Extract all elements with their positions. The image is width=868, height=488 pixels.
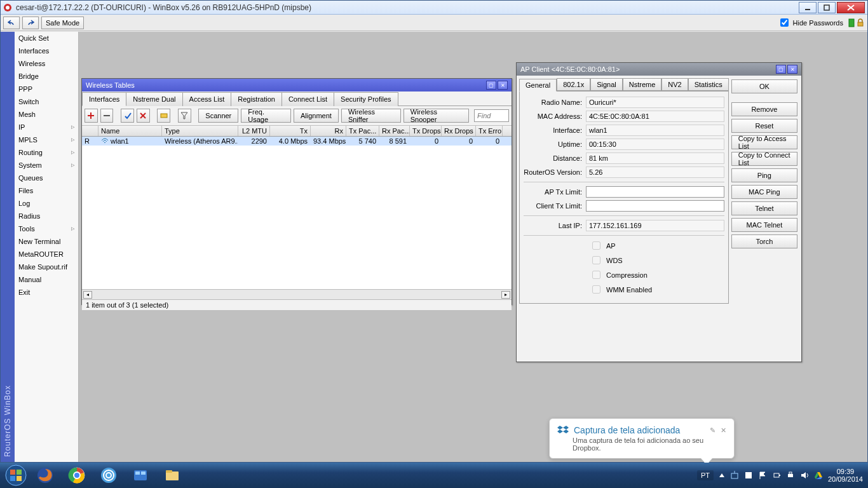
undo-button[interactable]: [3, 17, 20, 29]
tab-access-list[interactable]: Access List: [182, 92, 232, 106]
maximize-button[interactable]: [818, 2, 836, 13]
enable-button[interactable]: [121, 109, 134, 123]
find-input[interactable]: [474, 109, 509, 122]
language-indicator[interactable]: PT: [697, 470, 714, 480]
tray-power-icon[interactable]: [772, 471, 781, 480]
tab-registration[interactable]: Registration: [231, 92, 282, 106]
reset-button[interactable]: Reset: [731, 119, 797, 133]
alignment-button[interactable]: Alignment: [294, 109, 339, 123]
wireless-sniffer-button[interactable]: Wireless Sniffer: [341, 109, 401, 123]
tray-printer-icon[interactable]: [786, 471, 795, 480]
sidebar-item-interfaces[interactable]: Interfaces: [15, 44, 78, 57]
minimize-button[interactable]: [799, 2, 817, 13]
taskbar-firefox-icon[interactable]: [29, 464, 61, 487]
tray-volume-icon[interactable]: [800, 471, 809, 480]
tray-show-hidden-icon[interactable]: [719, 472, 725, 478]
table-row[interactable]: R wlan1 Wireless (Atheros AR9... 2290 4.…: [82, 137, 512, 146]
tab-8021x[interactable]: 802.1x: [557, 78, 590, 91]
titlebar[interactable]: cesar-ti@172.17.22.2 (DT-OURICURI) - Win…: [1, 1, 867, 15]
filter-button[interactable]: [178, 109, 191, 123]
column-txdrops[interactable]: Tx Drops: [410, 126, 442, 136]
start-button[interactable]: [3, 464, 29, 487]
sidebar-item-ip[interactable]: IP▷: [15, 121, 78, 133]
sidebar-item-bridge[interactable]: Bridge: [15, 70, 78, 83]
safe-mode-button[interactable]: Safe Mode: [41, 17, 84, 29]
window-maximize-button[interactable]: ▢: [486, 81, 496, 90]
column-rxpackets[interactable]: Rx Pac...: [379, 126, 410, 136]
window-maximize-button[interactable]: ▢: [776, 65, 786, 74]
sidebar-item-routing[interactable]: Routing▷: [15, 146, 78, 159]
hide-passwords-checkbox[interactable]: Hide Passwords: [778, 17, 843, 29]
sidebar-item-files[interactable]: Files: [15, 184, 78, 197]
sidebar-item-make-supout[interactable]: Make Supout.rif: [15, 261, 78, 273]
sidebar-item-wireless[interactable]: Wireless: [15, 57, 78, 70]
ap-tx-limit-input[interactable]: [586, 186, 724, 198]
mac-telnet-button[interactable]: MAC Telnet: [731, 218, 797, 232]
sidebar-item-switch[interactable]: Switch: [15, 95, 78, 108]
remove-button[interactable]: [100, 109, 114, 123]
column-txerrors[interactable]: Tx Erro▼: [476, 126, 503, 136]
sidebar-item-metarouter[interactable]: MetaROUTER: [15, 248, 78, 261]
tray-gdrive-icon[interactable]: [814, 471, 823, 480]
scroll-left-button[interactable]: ◂: [83, 291, 92, 299]
close-button[interactable]: [837, 2, 865, 13]
taskbar-chrome-icon[interactable]: [61, 464, 93, 487]
copy-access-list-button[interactable]: Copy to Access List: [731, 135, 797, 149]
scroll-right-button[interactable]: ▸: [501, 291, 510, 299]
column-type[interactable]: Type: [162, 126, 238, 136]
window-close-button[interactable]: ✕: [498, 81, 508, 90]
scanner-button[interactable]: Scanner: [198, 109, 238, 123]
toast-close-icon[interactable]: ✕: [721, 426, 726, 435]
dropbox-notification[interactable]: Captura de tela adicionada ✎ ✕ Uma captu…: [549, 418, 735, 459]
window-close-button[interactable]: ✕: [787, 65, 797, 74]
copy-connect-list-button[interactable]: Copy to Connect List: [731, 152, 797, 166]
redo-button[interactable]: [22, 17, 39, 29]
tab-statistics[interactable]: Statistics: [688, 78, 729, 91]
ap-client-titlebar[interactable]: AP Client <4C:5E:0C:80:0A:81> ▢ ✕: [517, 63, 801, 76]
sidebar-item-quick-set[interactable]: Quick Set: [15, 32, 78, 44]
tab-signal[interactable]: Signal: [590, 78, 623, 91]
sidebar-item-system[interactable]: System▷: [15, 159, 78, 172]
sidebar-item-manual[interactable]: Manual: [15, 273, 78, 286]
remove-button[interactable]: Remove: [731, 102, 797, 116]
tab-nv2[interactable]: NV2: [661, 78, 688, 91]
ok-button[interactable]: OK: [731, 79, 797, 93]
ping-button[interactable]: Ping: [731, 168, 797, 182]
freq-usage-button[interactable]: Freq. Usage: [241, 109, 291, 123]
sidebar-item-mesh[interactable]: Mesh: [15, 108, 78, 121]
comment-button[interactable]: [157, 109, 170, 123]
torch-button[interactable]: Torch: [731, 234, 797, 248]
mac-ping-button[interactable]: MAC Ping: [731, 185, 797, 199]
wireless-snooper-button[interactable]: Wireless Snooper: [403, 109, 469, 123]
sidebar-item-exit[interactable]: Exit: [15, 286, 78, 299]
tab-connect-list[interactable]: Connect List: [281, 92, 334, 106]
column-txpackets[interactable]: Tx Pac...: [346, 126, 379, 136]
sidebar-item-log[interactable]: Log: [15, 197, 78, 210]
disable-button[interactable]: [137, 109, 150, 123]
tab-general[interactable]: General: [519, 79, 557, 92]
toast-settings-icon[interactable]: ✎: [710, 426, 715, 435]
column-l2mtu[interactable]: L2 MTU: [238, 126, 270, 136]
column-rx[interactable]: Rx: [311, 126, 346, 136]
client-tx-limit-input[interactable]: [586, 200, 724, 212]
tray-network-icon[interactable]: [730, 471, 739, 480]
taskbar-app-icon[interactable]: [125, 464, 156, 487]
telnet-button[interactable]: Telnet: [731, 201, 797, 215]
column-rxdrops[interactable]: Rx Drops: [442, 126, 476, 136]
tab-interfaces[interactable]: Interfaces: [82, 92, 126, 106]
column-tx[interactable]: Tx: [270, 126, 311, 136]
sidebar-item-mpls[interactable]: MPLS▷: [15, 133, 78, 146]
taskbar-clock[interactable]: 09:39 20/09/2014: [828, 468, 863, 483]
horizontal-scrollbar[interactable]: ◂ ▸: [82, 289, 512, 299]
taskbar-winbox-icon[interactable]: [93, 464, 125, 487]
tab-nstreme-dual[interactable]: Nstreme Dual: [126, 92, 182, 106]
sidebar-item-ppp[interactable]: PPP: [15, 83, 78, 95]
sidebar-item-radius[interactable]: Radius: [15, 210, 78, 222]
add-button[interactable]: [85, 109, 98, 123]
column-flag[interactable]: [82, 126, 98, 136]
wireless-tables-titlebar[interactable]: Wireless Tables ▢ ✕: [82, 79, 512, 92]
tab-security-profiles[interactable]: Security Profiles: [334, 92, 398, 106]
tab-nstreme[interactable]: Nstreme: [623, 78, 662, 91]
sidebar-item-tools[interactable]: Tools▷: [15, 222, 78, 235]
tray-flag-icon[interactable]: [758, 471, 767, 480]
